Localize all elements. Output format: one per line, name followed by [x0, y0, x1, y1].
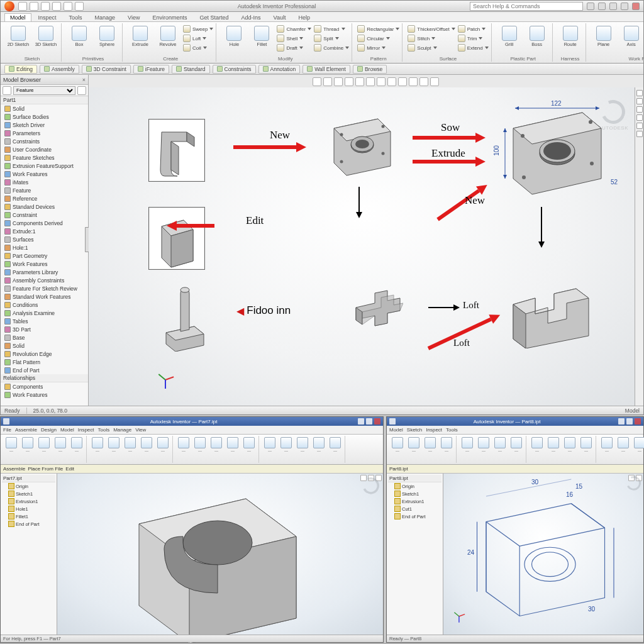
mini-tree-item[interactable]: Sketch1: [2, 490, 55, 497]
ribbon-btn-patch[interactable]: Patch: [458, 25, 489, 33]
mini-ribbon-button[interactable]: ⋯: [423, 436, 438, 463]
browser-item[interactable]: Hole:1: [1, 243, 88, 252]
mini-ribbon-button[interactable]: ⋯: [492, 436, 508, 463]
visual-style-icon[interactable]: [366, 77, 375, 86]
browser-item[interactable]: Assembly Constraints: [1, 276, 88, 284]
ribbon-btn-sphere[interactable]: Sphere: [94, 25, 119, 55]
mini-ribbon-button[interactable]: ⋯: [90, 436, 105, 463]
mini-tree-item[interactable]: Origin: [388, 482, 441, 490]
ribbon-btn-draft[interactable]: Draft: [277, 43, 311, 52]
mini-ribbon-button[interactable]: ⋯: [579, 436, 594, 463]
mini-ribbon-button[interactable]: ⋯: [209, 436, 224, 463]
qat-undo-icon[interactable]: [52, 2, 61, 11]
ribbon-btn-stitch[interactable]: Stitch: [408, 34, 455, 43]
ribbon-btn-thicken/offset[interactable]: Thicken/Offset: [408, 25, 455, 33]
mini-tab[interactable]: Assemble: [3, 466, 25, 472]
browser-item[interactable]: User Coordinate: [1, 145, 88, 153]
ribbon-btn-extrude[interactable]: Extrude: [128, 25, 153, 55]
snap-icon[interactable]: [419, 77, 428, 86]
qat-save-icon[interactable]: [41, 2, 50, 11]
nav-orbit-icon[interactable]: [636, 131, 643, 137]
mini-min-icon[interactable]: [618, 418, 625, 425]
mini-tree-item[interactable]: Hole1: [2, 505, 55, 513]
sign-in-icon[interactable]: [587, 3, 594, 10]
mini-ribbon-button[interactable]: ⋯: [262, 436, 277, 463]
mini-ribbon-button[interactable]: ⋯: [242, 436, 257, 463]
browser-item[interactable]: Work Features: [1, 260, 88, 268]
ribbon-btn-loft[interactable]: Loft: [183, 34, 213, 43]
application-menu-orb[interactable]: [4, 1, 14, 11]
mini-ribbon-button[interactable]: ⋯: [53, 436, 68, 463]
measure-icon[interactable]: [398, 77, 407, 86]
nav-cube-icon[interactable]: [636, 90, 643, 96]
ribbon-btn-coil[interactable]: Coil: [183, 43, 213, 52]
mini-ribbon-button[interactable]: ⋯: [476, 436, 491, 463]
mini-tree-item[interactable]: Extrusion1: [388, 497, 441, 505]
home-view-icon[interactable]: [313, 77, 321, 86]
doc-tab-editing[interactable]: Editing: [4, 65, 37, 74]
browser-group1[interactable]: Part1: [1, 96, 88, 104]
menu-manage[interactable]: Manage: [113, 427, 131, 433]
ribbon-btn-mirror[interactable]: Mirror: [357, 43, 399, 52]
settings-gear-icon[interactable]: [430, 77, 439, 86]
browser-item[interactable]: Constraint: [1, 211, 88, 219]
ribbon-btn-grill[interactable]: Grill: [497, 25, 522, 55]
browser-item[interactable]: Components Derived: [1, 219, 88, 227]
close-icon[interactable]: [632, 3, 640, 10]
mini-ribbon-button[interactable]: ⋯: [295, 436, 310, 463]
mini-tree-head[interactable]: Part7.ipt: [2, 475, 55, 482]
doc-tab-ifeature[interactable]: iFeature: [133, 65, 169, 74]
mini-ribbon-button[interactable]: ⋯: [328, 436, 343, 463]
ribbon-btn-revolve[interactable]: Revolve: [155, 25, 180, 55]
ribbon-btn-axis[interactable]: Axis: [619, 25, 644, 55]
zoom-icon[interactable]: [334, 77, 343, 86]
browser-item[interactable]: Part Geometry: [1, 252, 88, 260]
ribbon-tab-environments[interactable]: Environments: [147, 13, 192, 21]
ribbon-btn-box[interactable]: Box: [67, 25, 92, 55]
look-at-icon[interactable]: [355, 77, 364, 86]
ribbon-tab-model[interactable]: Model: [4, 13, 31, 21]
mini-ribbon-button[interactable]: ⋯: [4, 436, 19, 463]
mini-ribbon-button[interactable]: ⋯: [509, 436, 524, 463]
mini-ribbon-button[interactable]: ⋯: [439, 436, 454, 463]
mini-close-icon[interactable]: [374, 418, 380, 425]
mini-tree-item[interactable]: Sketch1: [388, 490, 441, 497]
doc-tab-browse[interactable]: Browse: [353, 65, 387, 74]
browser-item[interactable]: Solid: [1, 104, 88, 113]
qat-redo-icon[interactable]: [64, 2, 72, 11]
menu-view[interactable]: View: [135, 427, 146, 433]
browser-item[interactable]: Feature For Sketch Review: [1, 284, 88, 292]
browser-find-icon[interactable]: [77, 86, 86, 95]
qat-open-icon[interactable]: [30, 2, 38, 11]
mini-ribbon-button[interactable]: ⋯: [155, 436, 170, 463]
doc-tab-standard[interactable]: Standard: [172, 65, 210, 74]
ribbon-btn-thread[interactable]: Thread: [314, 25, 349, 33]
ribbon-btn-chamfer[interactable]: Chamfer: [277, 25, 311, 33]
menu-tools[interactable]: Tools: [98, 427, 110, 433]
ribbon-btn-2d-sketch[interactable]: 2D Sketch: [6, 25, 31, 55]
mini-ribbon-button[interactable]: ⋯: [123, 436, 138, 463]
ribbon-btn-circular[interactable]: Circular: [357, 34, 399, 43]
help-icon[interactable]: [598, 3, 606, 10]
mini-ribbon-button[interactable]: ⋯: [279, 436, 294, 463]
pan-icon[interactable]: [323, 77, 332, 86]
ribbon-btn-3d-sketch[interactable]: 3D Sketch: [33, 25, 58, 55]
menu-design[interactable]: Design: [41, 427, 57, 433]
doc-tab-constraints[interactable]: Constraints: [213, 65, 256, 74]
ribbon-btn-trim[interactable]: Trim: [458, 34, 489, 43]
mini-tree-item[interactable]: Fillet1: [2, 513, 55, 520]
ribbon-tab-view[interactable]: View: [122, 13, 145, 21]
mini-ribbon-button[interactable]: ⋯: [69, 436, 84, 463]
mini-max-icon[interactable]: [626, 418, 633, 425]
mini-max-icon[interactable]: [366, 418, 372, 425]
mini-canvas[interactable]: 30 15 16 24 30: [443, 474, 643, 635]
mini-ribbon-button[interactable]: ⋯: [176, 436, 191, 463]
browser-item[interactable]: Surfaces: [1, 235, 88, 243]
mini-ribbon-button[interactable]: ⋯: [632, 436, 644, 463]
minimize-icon[interactable]: [609, 3, 617, 10]
browser-item[interactable]: Tables: [1, 317, 88, 325]
grid-icon[interactable]: [409, 77, 418, 86]
browser-item[interactable]: Feature: [1, 186, 88, 194]
mini-ribbon-button[interactable]: ⋯: [460, 436, 475, 463]
ribbon-btn-sweep[interactable]: Sweep: [183, 25, 213, 33]
